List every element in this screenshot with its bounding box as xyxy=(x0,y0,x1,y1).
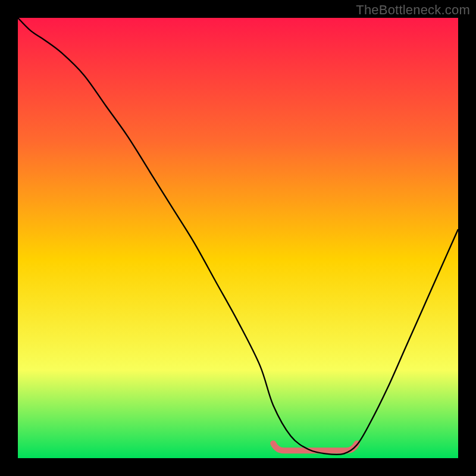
watermark-text: TheBottleneck.com xyxy=(356,2,470,18)
bottleneck-chart xyxy=(18,18,458,458)
chart-frame: TheBottleneck.com xyxy=(0,0,476,476)
gradient-background xyxy=(18,18,458,458)
